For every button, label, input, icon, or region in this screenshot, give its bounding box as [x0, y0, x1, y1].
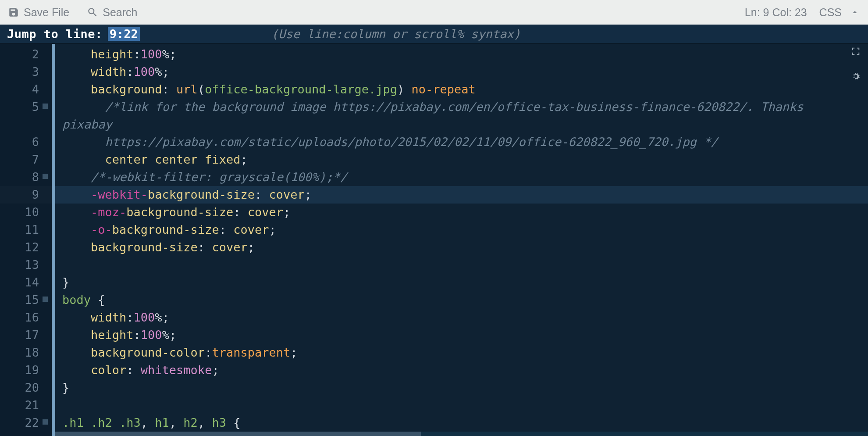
language-mode[interactable]: CSS — [819, 6, 842, 19]
code-line[interactable] — [55, 397, 868, 414]
code-line[interactable]: height:100%; — [55, 46, 868, 63]
gear-icon[interactable] — [850, 71, 861, 82]
line-number: 13 — [0, 256, 39, 274]
line-number: 17 — [0, 326, 39, 344]
fold-marker[interactable] — [43, 174, 48, 179]
code-line[interactable]: -webkit-background-size: cover; — [55, 186, 868, 204]
code-line[interactable]: /*link for the background image https://… — [55, 98, 868, 116]
line-number: 18 — [0, 344, 39, 361]
code-line[interactable]: } — [55, 274, 868, 291]
line-number: 21 — [0, 397, 39, 414]
save-icon — [8, 7, 19, 18]
code-line[interactable]: width:100%; — [55, 309, 868, 326]
line-number: 22 — [0, 414, 39, 432]
line-number: 12 — [0, 239, 39, 256]
fold-margin — [52, 44, 55, 436]
chevron-up-icon[interactable] — [850, 7, 860, 18]
fold-marker[interactable] — [43, 104, 48, 109]
line-number: 20 — [0, 379, 39, 397]
code-line[interactable]: .h1 .h2 .h3, h1, h2, h3 { — [55, 414, 868, 432]
code-line[interactable]: center center fixed; — [55, 151, 868, 168]
jump-to-line-bar: Jump to line: 9:22 (Use line:column or s… — [0, 25, 868, 44]
line-number: 10 — [0, 204, 39, 221]
search-label: Search — [103, 6, 137, 19]
line-number: 7 — [0, 151, 39, 168]
code-line[interactable]: https://pixabay.com/static/uploads/photo… — [55, 133, 868, 151]
line-number: 5 — [0, 98, 39, 116]
code-line[interactable]: color: whitesmoke; — [55, 361, 868, 379]
line-number: 19 — [0, 361, 39, 379]
save-label: Save File — [24, 6, 69, 19]
line-number: 3 — [0, 63, 39, 81]
code-area[interactable]: height:100%; width:100%; background: url… — [55, 44, 868, 436]
line-number: 8 — [0, 168, 39, 186]
code-line[interactable]: background-color:transparent; — [55, 344, 868, 361]
code-line[interactable]: body { — [55, 291, 868, 309]
fold-marker[interactable] — [43, 419, 48, 425]
code-line[interactable]: -moz-background-size: cover; — [55, 204, 868, 221]
save-button[interactable]: Save File — [8, 6, 69, 19]
line-number: 14 — [0, 274, 39, 291]
code-line[interactable]: background-size: cover; — [55, 239, 868, 256]
search-button[interactable]: Search — [87, 6, 137, 19]
code-editor[interactable]: 2345678910111213141516171819202122 heigh… — [0, 44, 868, 436]
cursor-status: Ln: 9 Col: 23 — [745, 6, 807, 19]
code-line[interactable]: /*-webkit-filter: grayscale(100%);*/ — [55, 168, 868, 186]
code-line[interactable]: height:100%; — [55, 326, 868, 344]
code-line[interactable] — [55, 256, 868, 274]
line-number: 4 — [0, 81, 39, 98]
code-line[interactable]: } — [55, 379, 868, 397]
line-number: 2 — [0, 46, 39, 63]
jump-prompt: Jump to line: — [7, 27, 103, 41]
code-line[interactable]: width:100%; — [55, 63, 868, 81]
code-line[interactable]: -o-background-size: cover; — [55, 221, 868, 239]
expand-icon[interactable] — [851, 46, 861, 56]
line-number: 16 — [0, 309, 39, 326]
line-number: 15 — [0, 291, 39, 309]
jump-hint: (Use line:column or scroll% syntax) — [271, 27, 521, 41]
code-line[interactable]: pixabay — [55, 116, 868, 133]
line-number: 11 — [0, 221, 39, 239]
line-number — [0, 116, 39, 133]
jump-input[interactable]: 9:22 — [108, 27, 140, 41]
search-icon — [87, 7, 98, 18]
toolbar: Save File Search Ln: 9 Col: 23 CSS — [0, 0, 868, 25]
horizontal-scrollbar[interactable] — [55, 432, 868, 436]
line-number: 6 — [0, 133, 39, 151]
scroll-thumb[interactable] — [55, 432, 421, 436]
line-gutter: 2345678910111213141516171819202122 — [0, 44, 52, 436]
code-line[interactable]: background: url(office-background-large.… — [55, 81, 868, 98]
fold-marker[interactable] — [43, 297, 48, 302]
